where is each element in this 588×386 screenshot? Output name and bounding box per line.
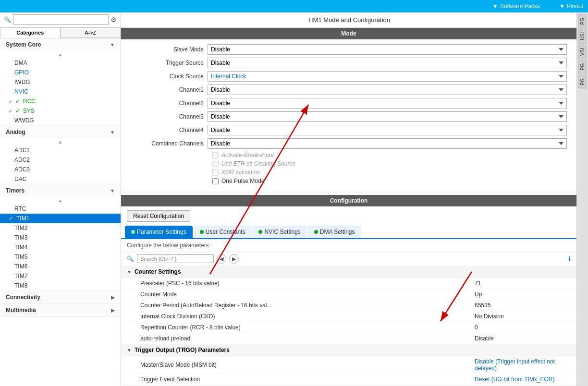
group-header-connectivity[interactable]: Connectivity ▶: [0, 291, 121, 303]
sidebar-item-iwdg[interactable]: IWDG: [0, 77, 121, 87]
search-input[interactable]: [13, 14, 109, 25]
use-etr-row: Use ETR as Clearing Source: [131, 160, 567, 167]
tab-atoz[interactable]: A->Z: [61, 27, 121, 38]
collapse-arrow: ▼: [110, 188, 115, 193]
param-prescaler[interactable]: Prescaler (PSC - 16 bits value) 71: [121, 278, 576, 289]
next-result-button[interactable]: ▶: [229, 254, 239, 264]
sidebar-item-gpio[interactable]: GPIO: [0, 68, 121, 77]
sidebar-item-adc1[interactable]: ADC1: [0, 145, 121, 155]
xor-checkbox[interactable]: [212, 169, 219, 176]
channel3-select[interactable]: Disable: [208, 111, 567, 122]
group-label-timers: Timers: [6, 187, 24, 194]
sidebar-content: System Core ▼ ▲ DMA GPIO IWDG NVIC ✓ RCC…: [0, 38, 121, 386]
sidebar-item-tim4[interactable]: TIM4: [0, 242, 121, 252]
sidebar-item-nvic[interactable]: NVIC: [0, 87, 121, 96]
scroll-up[interactable]: ▲: [0, 51, 121, 58]
tab-user-constants[interactable]: User Constants: [194, 226, 252, 238]
tab-categories[interactable]: Categories: [0, 27, 61, 38]
scroll-up[interactable]: ▲: [0, 197, 121, 204]
software-packs-menu[interactable]: ▼ Software Packs: [492, 3, 540, 10]
tab-nvic-settings[interactable]: NVIC Settings: [252, 226, 306, 238]
gear-icon[interactable]: ⚙: [110, 16, 117, 24]
configuration-section: Configuration Reset Configuration Parame…: [121, 195, 576, 385]
clock-source-select[interactable]: Internal Clock: [208, 71, 567, 82]
trgo-settings-group[interactable]: ▼ Trigger Output (TRGO) Parameters: [121, 344, 576, 356]
mode-content: Slave Mode Disable Trigger Source Disabl…: [121, 39, 576, 191]
counter-settings-group[interactable]: ▼ Counter Settings: [121, 266, 576, 278]
sidebar-item-tim8[interactable]: TIM8: [0, 281, 121, 290]
mode-header: Mode: [121, 28, 576, 39]
group-header-system-core[interactable]: System Core ▼: [0, 38, 121, 51]
channel1-select[interactable]: Disable: [208, 84, 567, 95]
vtab-pg1[interactable]: PG: [578, 14, 587, 28]
one-pulse-row: One Pulse Mode: [131, 178, 567, 184]
param-auto-reload[interactable]: auto-reload preload Disable: [121, 333, 576, 344]
group-header-analog[interactable]: Analog ▼: [0, 126, 121, 138]
group-name-counter: Counter Settings: [135, 268, 181, 275]
sidebar-item-tim3[interactable]: TIM3: [0, 233, 121, 242]
sidebar-tabs: Categories A->Z: [0, 27, 121, 38]
vtab-usi[interactable]: USI: [578, 29, 587, 44]
param-ckd[interactable]: Internal Clock Division (CKD) No Divisio…: [121, 311, 576, 322]
param-rcr[interactable]: Repetition Counter (RCR - 8 bits value) …: [121, 322, 576, 333]
param-trigger-event[interactable]: Trigger Event Selection Reset (UG bit fr…: [121, 374, 576, 385]
prev-result-button[interactable]: ◀: [217, 254, 226, 264]
trigger-source-label: Trigger Source: [131, 60, 208, 66]
sidebar-item-dma[interactable]: DMA: [0, 58, 121, 68]
use-etr-checkbox[interactable]: [212, 161, 219, 167]
sidebar-item-rtc[interactable]: RTC: [0, 204, 121, 214]
sidebar-item-tim6[interactable]: TIM6: [0, 262, 121, 271]
group-label-system-core: System Core: [6, 41, 41, 48]
group-header-multimedia[interactable]: Multimedia ▶: [0, 304, 121, 316]
group-multimedia: Multimedia ▶: [0, 304, 121, 317]
activate-break-label: Activate-Break-Input: [221, 152, 274, 158]
trigger-source-select[interactable]: Disable: [208, 58, 567, 68]
tab-dma-settings[interactable]: DMA Settings: [308, 226, 361, 238]
group-toggle: ▼: [127, 269, 132, 275]
vtab-pg3[interactable]: PG: [578, 75, 587, 88]
tab-dot: [314, 230, 318, 234]
software-packs-label: Software Packs: [500, 3, 540, 10]
combined-channels-select[interactable]: Disable: [208, 138, 567, 149]
one-pulse-label: One Pulse Mode: [221, 178, 264, 184]
pinout-menu[interactable]: ▼ Pinout: [559, 3, 583, 10]
sidebar-item-adc3[interactable]: ADC3: [0, 165, 121, 174]
params-search-input[interactable]: [137, 254, 214, 263]
vtab-pg2[interactable]: PG: [578, 60, 587, 73]
vtab-vsi[interactable]: VSI: [578, 45, 587, 59]
channel2-label: Channel2: [131, 100, 208, 107]
reset-config-button[interactable]: Reset Configuration: [127, 210, 190, 222]
channel2-select[interactable]: Disable: [208, 98, 567, 109]
sidebar-item-tim7[interactable]: TIM7: [0, 271, 121, 281]
param-counter-period[interactable]: Counter Period (AutoReload Register - 16…: [121, 300, 576, 311]
activate-break-checkbox[interactable]: [212, 152, 219, 158]
sidebar-item-tim2[interactable]: TIM2: [0, 223, 121, 233]
sidebar-item-tim1[interactable]: ✓ TIM1: [0, 214, 121, 223]
group-header-timers[interactable]: Timers ▼: [0, 184, 121, 197]
config-header: Configuration: [121, 195, 576, 206]
param-counter-mode[interactable]: Counter Mode Up: [121, 289, 576, 300]
collapse-arrow: ▼: [110, 42, 115, 48]
sidebar-item-sys[interactable]: ✓ SYS: [0, 106, 121, 116]
slave-mode-row: Slave Mode Disable: [131, 44, 567, 55]
sidebar-item-adc2[interactable]: ADC2: [0, 155, 121, 165]
sidebar-item-dac[interactable]: DAC: [0, 174, 121, 184]
params-header: Configure the below parameters :: [121, 239, 576, 252]
config-tabs: Parameter Settings User Constants NVIC S…: [121, 226, 576, 239]
slave-mode-select[interactable]: Disable: [208, 44, 567, 55]
channel1-row: Channel1 Disable: [131, 84, 567, 95]
collapse-arrow: ▼: [110, 130, 115, 135]
sidebar: 🔍 ⚙ Categories A->Z System Core ▼ ▲ DMA …: [0, 12, 121, 386]
group-name-trgo: Trigger Output (TRGO) Parameters: [135, 347, 230, 353]
tab-parameter-settings[interactable]: Parameter Settings: [125, 226, 193, 238]
param-msm[interactable]: Master/Slave Mode (MSM bit) Disable (Tri…: [121, 356, 576, 374]
sidebar-item-rcc[interactable]: ✓ RCC: [0, 96, 121, 106]
search-icon: 🔍: [4, 16, 11, 23]
xor-row: XOR activation: [131, 169, 567, 176]
scroll-up[interactable]: ▲: [0, 138, 121, 145]
sidebar-item-wwdg[interactable]: WWDG: [0, 116, 121, 125]
sidebar-item-tim5[interactable]: TIM5: [0, 252, 121, 262]
params-search-bar: 🔍 ◀ ▶ ℹ: [121, 252, 576, 266]
one-pulse-checkbox[interactable]: [212, 178, 219, 184]
channel4-select[interactable]: Disable: [208, 125, 567, 135]
